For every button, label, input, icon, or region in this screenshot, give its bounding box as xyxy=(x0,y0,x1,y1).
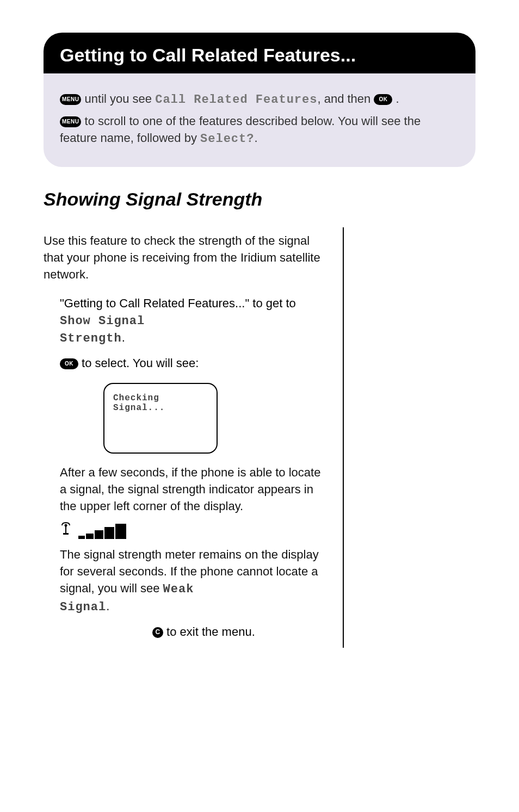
content-column: Use this feature to check the strength o… xyxy=(44,221,343,648)
text: . xyxy=(392,92,399,106)
result-paragraph-1: After a few seconds, if the phone is abl… xyxy=(60,464,326,515)
intro-paragraph: Use this feature to check the strength o… xyxy=(44,233,326,283)
text: to select. You will see: xyxy=(78,356,199,370)
instruction-note: MENU until you see Call Related Features… xyxy=(44,73,475,167)
text: to exit the menu. xyxy=(163,625,255,639)
lcd-text: Show Signal xyxy=(60,314,145,328)
text: . xyxy=(254,131,257,145)
phone-screen-mock: Checking Signal... xyxy=(103,383,218,454)
lcd-text: Select? xyxy=(200,132,254,146)
lcd-text: Call Related Features xyxy=(155,93,317,107)
screen-line-1: Checking xyxy=(113,394,208,404)
banner-title: Getting to Call Related Features... xyxy=(60,45,459,66)
svg-rect-1 xyxy=(65,526,66,533)
ok-key-icon: OK xyxy=(374,94,392,105)
menu-key-icon: MENU xyxy=(60,94,81,105)
ok-key-icon: OK xyxy=(60,358,78,369)
menu-key-icon: MENU xyxy=(60,116,81,127)
text: until you see xyxy=(81,92,155,106)
svg-rect-2 xyxy=(63,533,69,535)
c-key-icon: C xyxy=(152,627,163,638)
lcd-text: Strength xyxy=(60,332,122,345)
screen-line-2: Signal... xyxy=(113,404,208,413)
lcd-text: Signal xyxy=(60,600,106,614)
text: "Getting to Call Related Features..." to… xyxy=(60,296,296,310)
text: . xyxy=(122,331,125,344)
two-column-layout: Use this feature to check the strength o… xyxy=(44,221,475,648)
step-3: C to exit the menu. xyxy=(152,624,326,641)
text: . xyxy=(106,599,109,613)
step-2: OK to select. You will see: xyxy=(60,355,326,372)
svg-point-0 xyxy=(65,524,67,527)
note-line-1: MENU until you see Call Related Features… xyxy=(60,91,459,109)
antenna-icon xyxy=(60,522,72,539)
vertical-divider xyxy=(343,227,344,648)
result-paragraph-2: The signal strength meter remains on the… xyxy=(60,547,326,616)
page: Getting to Call Related Features... MENU… xyxy=(0,0,519,691)
text: , and then xyxy=(317,92,374,106)
section-heading: Showing Signal Strength xyxy=(44,189,475,210)
signal-bars-icon xyxy=(78,524,126,539)
note-line-2: MENU to scroll to one of the features de… xyxy=(60,113,459,148)
step-1: "Getting to Call Related Features..." to… xyxy=(60,295,326,348)
signal-strength-graphic xyxy=(60,522,326,539)
lcd-text: Weak xyxy=(163,582,194,596)
